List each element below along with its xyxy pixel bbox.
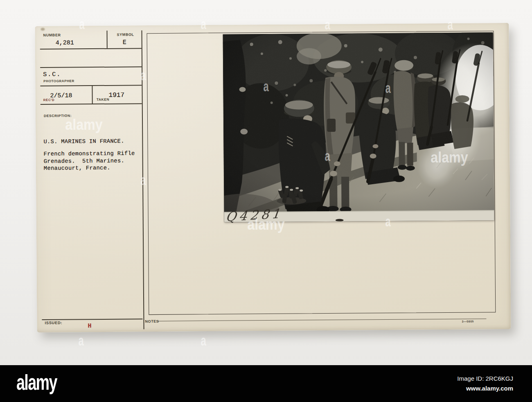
description-line: Grenades. 5th Marines. [44, 158, 124, 165]
rule-notes [156, 318, 486, 321]
photo-caption-card: NUMBER 4,281 SYMBOL E S.C. PHOTOGRAPHER … [35, 23, 511, 332]
rule-recd-taken-divider [92, 85, 92, 104]
rule-number-symbol-divider [106, 31, 107, 48]
alamy-logo: alamy [16, 370, 57, 395]
photographer-value: S.C. [43, 71, 61, 78]
symbol-label: SYMBOL [117, 32, 134, 36]
description-line: U.S. MARINES IN FRANCE. [43, 138, 124, 145]
issued-value: H [88, 323, 91, 330]
number-value: 4,281 [56, 39, 74, 46]
rule-under-number [40, 48, 142, 49]
photographer-label: PHOTOGRAPHER [43, 79, 74, 83]
description-label: DESCRIPTION: [44, 113, 72, 117]
symbol-value: E [123, 39, 126, 46]
rule-under-dates [41, 103, 142, 104]
taken-value: 1917 [109, 92, 125, 99]
image-id: Image ID: 2RC6KGJ [457, 375, 513, 382]
description-line: Menaucourt, France. [44, 165, 110, 172]
notes-box [147, 31, 496, 315]
issued-label: ISSUED: [45, 321, 62, 325]
stock-number: 3—0805 [462, 320, 474, 323]
rule-issued [42, 318, 142, 320]
number-label: NUMBER [43, 33, 61, 37]
description-line: French demonstrating Rifle [44, 150, 135, 157]
rule-blank-field [40, 66, 142, 68]
card-stain [41, 28, 45, 31]
website-url: www.alamy.com [466, 385, 513, 392]
rule-main-column-divider [141, 30, 144, 329]
footer-bar: alamy Image ID: 2RC6KGJ www.alamy.com [0, 365, 532, 402]
rule-under-photographer [40, 85, 142, 86]
taken-label: TAKEN [97, 97, 110, 102]
notes-label: NOTES [145, 319, 159, 323]
recd-value: 2/5/18 [50, 92, 72, 99]
